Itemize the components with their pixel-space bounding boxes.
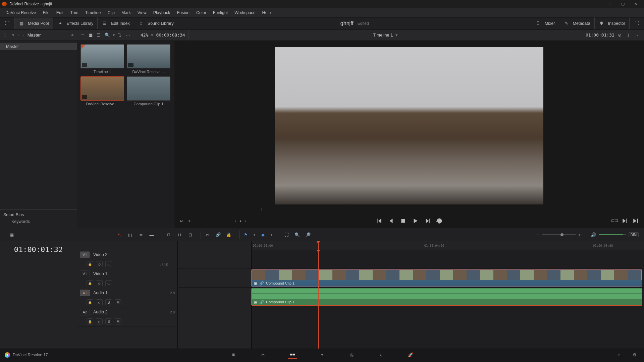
zoom-in-button[interactable]: + — [578, 232, 581, 237]
mixer-toggle[interactable]: 🎚 Mixer — [531, 17, 559, 29]
bypass-icon[interactable]: ⊘ — [618, 33, 623, 38]
track-a1[interactable]: ▣🔗Compound Clip 1 — [252, 288, 644, 306]
replace-tool[interactable]: ⊡ — [187, 232, 193, 238]
razor-tool[interactable]: ✂ — [204, 232, 210, 238]
menu-playback[interactable]: Playback — [151, 10, 173, 15]
flag-tool[interactable]: ⚑ — [243, 232, 249, 238]
detail-zoom-icon[interactable]: 🔍 — [294, 232, 300, 238]
menu-timeline[interactable]: Timeline — [83, 10, 104, 15]
viewer-frame[interactable] — [275, 47, 543, 204]
menu-view[interactable]: View — [135, 10, 149, 15]
single-viewer-icon[interactable]: ▯ — [627, 33, 632, 38]
v2-lock[interactable]: 🔒 — [87, 261, 93, 267]
dynamic-trim-tool[interactable]: ⇔ — [138, 232, 144, 238]
trim-tool[interactable]: ⫿⫿ — [127, 232, 133, 238]
home-button[interactable]: ⌂ — [614, 351, 624, 359]
overlay-dropdown[interactable]: ▾ — [189, 219, 191, 223]
next-frame-button[interactable] — [424, 218, 430, 224]
selection-tool[interactable]: ↖ — [116, 232, 122, 238]
a2-mute[interactable]: M — [115, 318, 121, 324]
edit-page[interactable]: ≡≡ — [288, 351, 297, 359]
menu-color[interactable]: Color — [194, 10, 209, 15]
v2-dest[interactable]: V1 — [80, 251, 90, 258]
sort-icon[interactable]: ⇅ — [118, 33, 123, 38]
settings-button[interactable]: ⚙ — [630, 351, 639, 359]
media-page[interactable]: ▣ — [229, 351, 238, 359]
timeline-name[interactable]: Timeline 1 — [373, 33, 393, 38]
next-shot-icon[interactable]: › — [245, 219, 246, 223]
zoom-out-button[interactable]: − — [537, 232, 539, 237]
menu-fusion[interactable]: Fusion — [174, 10, 192, 15]
expand-left[interactable]: ⛶ — [0, 17, 14, 29]
edit-index-toggle[interactable]: ☰ Edit Index — [98, 17, 134, 29]
source-timecode[interactable]: 00:00:08:34 — [156, 33, 185, 38]
options-icon[interactable]: ⋯ — [126, 33, 131, 38]
prev-bin-icon[interactable]: ‹ — [18, 33, 19, 38]
match-frame-button[interactable]: ⊏⊐ — [611, 218, 617, 224]
clip-timeline1[interactable]: Timeline 1 — [80, 44, 124, 74]
play-button[interactable] — [412, 218, 418, 224]
close-button[interactable]: ✕ — [629, 1, 642, 7]
search-dropdown[interactable]: ▾ — [113, 33, 115, 38]
a1-solo[interactable]: S — [105, 299, 112, 305]
fusion-page[interactable]: ✦ — [317, 351, 327, 359]
v1-disable[interactable]: ▭ — [105, 280, 112, 286]
v1-dest[interactable]: V1 — [80, 270, 90, 277]
track-v2[interactable] — [252, 250, 644, 269]
record-timecode[interactable]: 01:00:01:32 — [586, 33, 614, 38]
view-list-icon[interactable]: ☰ — [97, 33, 102, 38]
track-v1[interactable]: ▣🔗Compound Clip 1 — [252, 269, 644, 288]
fairlight-page[interactable]: ♫ — [376, 351, 386, 359]
blade-tool[interactable]: ▬ — [149, 232, 155, 238]
pool-zoom[interactable]: 42% — [141, 33, 148, 38]
clip-compound1[interactable]: Compound Clip 1 — [127, 76, 170, 106]
v1-lock[interactable]: 🔒 — [87, 280, 93, 286]
maximize-button[interactable]: ▢ — [616, 1, 629, 7]
v1-auto[interactable]: ◇ — [96, 280, 103, 286]
last-frame-button[interactable] — [622, 218, 628, 224]
playhead[interactable] — [318, 241, 319, 250]
inspector-toggle[interactable]: ✱ Inspector — [595, 17, 630, 29]
viewer-options-icon[interactable]: ⋯ — [635, 33, 641, 38]
marker-tool[interactable]: ◆ — [260, 232, 266, 238]
link-tool[interactable]: 🔗 — [215, 232, 221, 238]
dim-button[interactable]: DIM — [629, 232, 639, 237]
next-bin-icon[interactable]: › — [22, 33, 24, 38]
menu-help[interactable]: Help — [260, 10, 274, 15]
smart-bins-header[interactable]: Smart Bins — [3, 213, 73, 217]
view-metadata-icon[interactable]: ▭ — [80, 33, 86, 38]
clip-davinci1[interactable]: DaVinci Resolve ... — [127, 44, 170, 74]
deliver-page[interactable]: 🚀 — [406, 351, 415, 359]
a2-dest[interactable]: A2 — [80, 309, 90, 315]
a2-lock[interactable]: 🔒 — [87, 318, 93, 324]
search-icon[interactable]: 🔍 — [105, 33, 110, 38]
menu-workspace[interactable]: Workspace — [232, 10, 258, 15]
a2-solo[interactable]: S — [105, 318, 112, 324]
menu-fairlight[interactable]: Fairlight — [210, 10, 230, 15]
v2-disable[interactable]: ▭ — [105, 261, 112, 267]
a1-mute[interactable]: M — [115, 299, 121, 305]
menu-edit[interactable]: Edit — [54, 10, 66, 15]
clip-compound-video[interactable]: ▣🔗Compound Clip 1 — [252, 269, 642, 287]
zoom-dropdown[interactable]: ▾ — [151, 33, 153, 38]
menu-davinci[interactable]: DaVinci Resolve — [3, 10, 39, 15]
playhead-line[interactable] — [318, 250, 319, 349]
overwrite-tool[interactable]: ⊔ — [176, 232, 182, 238]
lock-tool[interactable]: 🔒 — [226, 232, 232, 238]
cut-page[interactable]: ✂ — [258, 351, 268, 359]
prev-frame-button[interactable] — [388, 218, 394, 224]
a2-auto[interactable]: ◇ — [96, 318, 103, 324]
track-a2[interactable] — [252, 306, 644, 325]
menu-file[interactable]: File — [40, 10, 52, 15]
color-page[interactable]: ◎ — [347, 351, 356, 359]
zoom-slider[interactable] — [542, 234, 576, 235]
menu-clip[interactable]: Clip — [105, 10, 118, 15]
bin-master[interactable]: Master — [0, 43, 77, 50]
a1-lock[interactable]: 🔒 — [87, 299, 93, 305]
minimize-button[interactable]: ─ — [604, 1, 616, 7]
menu-mark[interactable]: Mark — [119, 10, 133, 15]
chevron-down-icon[interactable]: ▾ — [12, 33, 14, 38]
metadata-toggle[interactable]: ✎ Metadata — [559, 17, 594, 29]
effects-library-toggle[interactable]: ✦ Effects Library — [53, 17, 98, 29]
keywords-bin[interactable]: Keywords — [3, 219, 73, 224]
